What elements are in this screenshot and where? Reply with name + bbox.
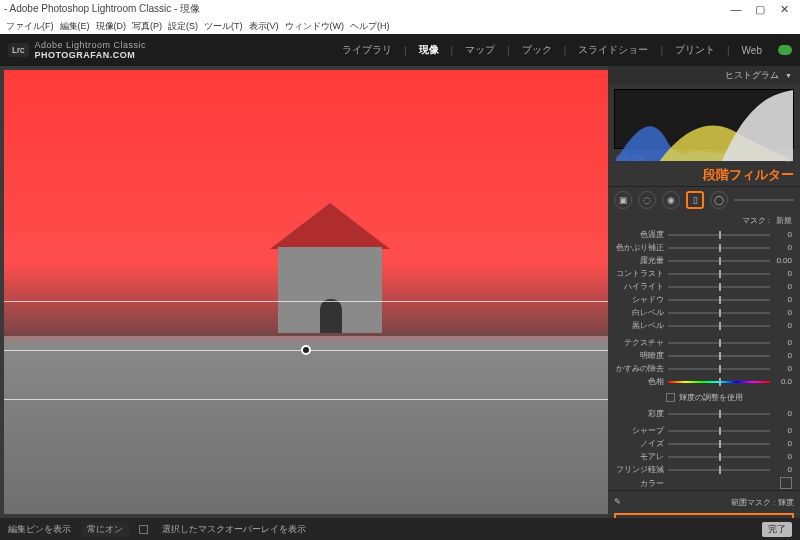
- slider-track[interactable]: [668, 286, 770, 288]
- slider-track[interactable]: [668, 456, 770, 458]
- done-button[interactable]: 完了: [762, 522, 792, 537]
- slider-track[interactable]: [668, 325, 770, 327]
- slider-label: 露光量: [616, 255, 664, 266]
- saturation-value: 0: [774, 409, 792, 418]
- image-ground: [4, 336, 608, 514]
- eyedropper-icon[interactable]: ✎: [614, 497, 621, 508]
- menu-window[interactable]: ウィンドウ(W): [285, 20, 345, 33]
- cloud-sync-icon[interactable]: [778, 45, 792, 55]
- slider-track[interactable]: [668, 469, 770, 471]
- slider-value: 0: [774, 321, 792, 330]
- module-slideshow[interactable]: スライドショー: [576, 43, 650, 57]
- color-label: カラー: [616, 478, 664, 489]
- tool-slider[interactable]: [734, 199, 794, 201]
- redeye-tool-icon[interactable]: ◉: [662, 191, 680, 209]
- annotation-graduated-filter: 段階フィルター: [608, 164, 800, 186]
- slider-track[interactable]: [668, 234, 770, 236]
- menu-develop[interactable]: 現像(D): [96, 20, 127, 33]
- slider-value: 0: [774, 364, 792, 373]
- use-fine-label: 輝度の調整を使用: [679, 392, 743, 403]
- module-map[interactable]: マップ: [463, 43, 497, 57]
- slider-track[interactable]: [668, 273, 770, 275]
- menu-help[interactable]: ヘルプ(H): [350, 20, 390, 33]
- menu-edit[interactable]: 編集(E): [60, 20, 90, 33]
- right-panel: ヒストグラム ▼ ISO 100 24 mm f / 8.0 1/160 秒 段…: [608, 66, 800, 518]
- hue-slider[interactable]: [668, 381, 770, 383]
- range-mask-mode[interactable]: 輝度: [778, 498, 794, 507]
- graduated-filter-tool-icon[interactable]: ▯: [686, 191, 704, 209]
- slider-track[interactable]: [668, 342, 770, 344]
- spot-tool-icon[interactable]: ◌: [638, 191, 656, 209]
- module-web[interactable]: Web: [740, 45, 764, 56]
- slider-value: 0: [774, 230, 792, 239]
- develop-canvas[interactable]: [4, 70, 608, 514]
- local-tools-row: ▣ ◌ ◉ ▯ ◯: [608, 186, 800, 213]
- module-develop[interactable]: 現像: [417, 43, 441, 57]
- slider-label: 色かぶり補正: [616, 242, 664, 253]
- minimize-icon[interactable]: —: [724, 3, 748, 15]
- saturation-slider[interactable]: [668, 413, 770, 415]
- slider-track[interactable]: [668, 299, 770, 301]
- slider-label: 色温度: [616, 229, 664, 240]
- menu-file[interactable]: ファイル(F): [6, 20, 54, 33]
- range-mask-label: 範囲マスク :: [731, 498, 775, 507]
- module-print[interactable]: プリント: [673, 43, 717, 57]
- menu-photo[interactable]: 写真(P): [132, 20, 162, 33]
- maximize-icon[interactable]: ▢: [748, 3, 772, 16]
- close-icon[interactable]: ✕: [772, 3, 796, 16]
- module-picker: ライブラリ| 現像| マップ| ブック| スライドショー| プリント| Web: [340, 43, 792, 57]
- histogram-graph[interactable]: [614, 89, 794, 149]
- slider-label: シャープ: [616, 425, 664, 436]
- show-luminance-mask-checkbox[interactable]: [620, 518, 630, 519]
- gradient-line-top[interactable]: [4, 301, 608, 302]
- menu-settings[interactable]: 設定(S): [168, 20, 198, 33]
- radial-filter-tool-icon[interactable]: ◯: [710, 191, 728, 209]
- module-library[interactable]: ライブラリ: [340, 43, 394, 57]
- crop-tool-icon[interactable]: ▣: [614, 191, 632, 209]
- brand-line1: Adobe Lightroom Classic: [35, 40, 147, 50]
- slider-value: 0: [774, 452, 792, 461]
- edit-pin-label: 編集ピンを表示: [8, 523, 71, 536]
- slider-value: 0: [774, 351, 792, 360]
- slider-track[interactable]: [668, 443, 770, 445]
- hue-value: 0.0: [774, 377, 792, 386]
- overlay-label: 選択したマスクオーバーレイを表示: [162, 523, 306, 536]
- slider-value: 0: [774, 295, 792, 304]
- slider-value: 0: [774, 465, 792, 474]
- canvas-footer: 編集ピンを表示 常にオン 選択したマスクオーバーレイを表示 完了: [0, 518, 800, 540]
- menu-tools[interactable]: ツール(T): [204, 20, 243, 33]
- gradient-pin-icon[interactable]: [301, 345, 311, 355]
- slider-label: テクスチャ: [616, 337, 664, 348]
- slider-track[interactable]: [668, 312, 770, 314]
- slider-value: 0: [774, 308, 792, 317]
- mask-label: マスク :: [742, 215, 770, 226]
- slider-track[interactable]: [668, 247, 770, 249]
- gradient-line-bottom[interactable]: [4, 399, 608, 400]
- saturation-label: 彩度: [616, 408, 664, 419]
- slider-label: コントラスト: [616, 268, 664, 279]
- slider-track[interactable]: [668, 430, 770, 432]
- slider-value: 0: [774, 338, 792, 347]
- brand-line2: PHOTOGRAFAN.COM: [35, 50, 147, 60]
- slider-label: 明瞭度: [616, 350, 664, 361]
- module-book[interactable]: ブック: [520, 43, 554, 57]
- histogram-header[interactable]: ヒストグラム ▼: [608, 66, 800, 85]
- brand: Lrc Adobe Lightroom Classic PHOTOGRAFAN.…: [8, 40, 146, 60]
- slider-track[interactable]: [668, 260, 770, 262]
- image-subject: [270, 203, 390, 333]
- overlay-checkbox[interactable]: [139, 525, 148, 534]
- use-fine-checkbox[interactable]: [666, 393, 675, 402]
- hue-label: 色相: [616, 376, 664, 387]
- menu-view[interactable]: 表示(V): [249, 20, 279, 33]
- slider-track[interactable]: [668, 368, 770, 370]
- slider-track[interactable]: [668, 355, 770, 357]
- slider-value: 0: [774, 282, 792, 291]
- color-swatch[interactable]: [780, 477, 792, 489]
- app-menubar: ファイル(F) 編集(E) 現像(D) 写真(P) 設定(S) ツール(T) 表…: [0, 18, 800, 34]
- mask-new-button[interactable]: 新規: [776, 215, 792, 226]
- histogram-title: ヒストグラム: [725, 69, 779, 82]
- slider-label: 白レベル: [616, 307, 664, 318]
- pin-mode-select[interactable]: 常にオン: [81, 522, 129, 537]
- slider-label: ノイズ: [616, 438, 664, 449]
- slider-label: 黒レベル: [616, 320, 664, 331]
